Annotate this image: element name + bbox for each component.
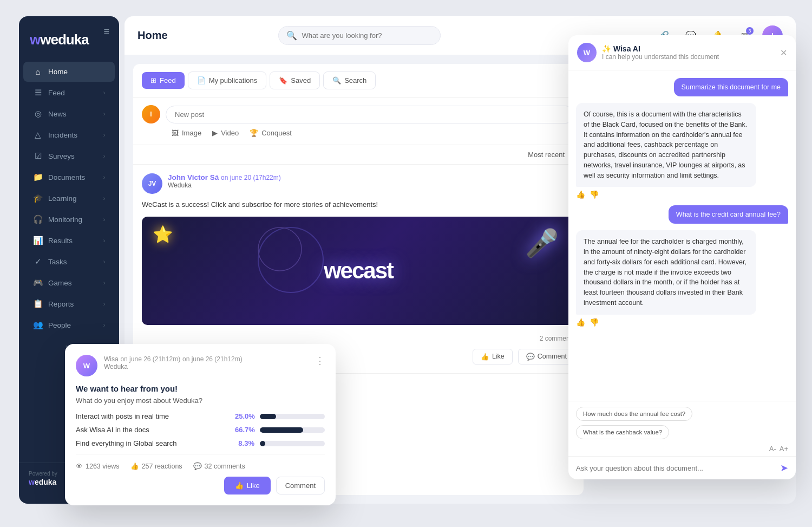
chevron-right-icon: › xyxy=(103,196,105,201)
search-input-wrap: 🔍 xyxy=(278,26,441,45)
post-text: WeCast is a success! Click and subscribe… xyxy=(142,199,575,210)
tab-publications[interactable]: 📄 My publications xyxy=(188,71,267,89)
suggestion-2-button[interactable]: What is the cashback value? xyxy=(576,425,669,439)
popup-comment-button[interactable]: Comment xyxy=(276,477,325,495)
ai-chat-popup: W ✨ Wisa AI I can help you understand th… xyxy=(568,35,796,479)
thumbs-down-feedback-2[interactable]: 👎 xyxy=(590,318,599,327)
thumbs-down-feedback[interactable]: 👎 xyxy=(590,190,599,199)
ai-message-1: Of course, this is a document with the c… xyxy=(576,103,756,187)
post-header: JV John Victor Sá on june 20 (17h22m) We… xyxy=(142,173,575,194)
chat-input-area: ➤ xyxy=(568,456,796,479)
tab-feed[interactable]: ⊞ Feed xyxy=(142,72,185,89)
image-action[interactable]: 🖼 Image xyxy=(172,129,201,137)
like-icon: 👍 xyxy=(481,353,489,361)
hamburger-icon[interactable]: ≡ xyxy=(103,26,109,37)
comments-stat: 💬 32 comments xyxy=(193,462,245,470)
send-button[interactable]: ➤ xyxy=(780,462,788,474)
ai-subtitle: I can help you understand this document xyxy=(602,53,719,61)
sidebar-item-home[interactable]: ⌂ Home xyxy=(23,62,115,82)
new-post-input[interactable] xyxy=(166,106,575,123)
user-avatar: I xyxy=(142,105,160,123)
sidebar-item-reports[interactable]: 📋 Reports › xyxy=(23,294,115,314)
survey-popup: W Wisa on june 26 (21h12m) on june 26 (2… xyxy=(65,344,336,505)
search-input[interactable] xyxy=(302,31,433,40)
chevron-right-icon: › xyxy=(103,280,105,286)
sidebar-item-tasks[interactable]: ✓ Tasks › xyxy=(23,251,115,272)
comment-count-icon: 💬 xyxy=(193,462,202,470)
font-smaller-button[interactable]: A- xyxy=(769,445,776,453)
search-tab-icon: 🔍 xyxy=(332,76,341,84)
results-icon: 📊 xyxy=(33,236,43,245)
comment-icon: 💬 xyxy=(526,353,535,361)
feed-icon: ☰ xyxy=(33,88,43,97)
like-button[interactable]: 👍 Like xyxy=(473,349,513,365)
sidebar-item-feed[interactable]: ☰ Feed › xyxy=(23,82,115,103)
image-icon: 🖼 xyxy=(172,129,179,137)
popup-avatar: W xyxy=(76,355,97,376)
new-post-area: I 🖼 Image ▶ Video 🏆 Conquest xyxy=(133,97,584,145)
chevron-right-icon: › xyxy=(103,259,105,265)
sidebar-item-incidents[interactable]: △ Incidents › xyxy=(23,125,115,145)
poll-bar-3 xyxy=(260,441,265,446)
popup-header: W Wisa on june 26 (21h12m) on june 26 (2… xyxy=(76,355,325,376)
sidebar-item-learning[interactable]: 🎓 Learning › xyxy=(23,188,115,209)
chat-messages: Summarize this document for me Of course… xyxy=(568,70,796,401)
suggestion-1-button[interactable]: How much does the annual fee cost? xyxy=(576,407,692,421)
like-icon: 👍 xyxy=(235,482,244,490)
svg-point-1 xyxy=(258,227,302,271)
poll-item-3: Find everything in Global search 8.3% xyxy=(76,439,325,447)
ai-chat-header: W ✨ Wisa AI I can help you understand th… xyxy=(568,35,796,70)
thumbs-up-feedback[interactable]: 👍 xyxy=(576,190,585,199)
new-post-row: I xyxy=(142,105,575,123)
sidebar-item-surveys[interactable]: ☑ Surveys › xyxy=(23,146,115,166)
feed-tab-icon: ⊞ xyxy=(150,76,156,84)
home-icon: ⌂ xyxy=(33,67,43,76)
chevron-right-icon: › xyxy=(103,174,105,180)
publications-icon: 📄 xyxy=(197,76,206,84)
video-action[interactable]: ▶ Video xyxy=(212,129,239,137)
user-message-2: What is the credit card annual fee? xyxy=(669,205,788,224)
reports-icon: 📋 xyxy=(33,299,43,309)
post-actions-row: 🖼 Image ▶ Video 🏆 Conquest xyxy=(142,123,575,137)
sidebar-item-news[interactable]: ◎ News › xyxy=(23,103,115,124)
saved-icon: 🔖 xyxy=(279,76,287,84)
poll-bar-1 xyxy=(260,414,276,419)
sort-select[interactable]: Most recent ▼ xyxy=(528,151,575,159)
ai-info: ✨ Wisa AI I can help you understand this… xyxy=(602,44,719,61)
news-icon: ◎ xyxy=(33,109,43,119)
comment-button[interactable]: 💬 Comment xyxy=(518,349,575,365)
eye-icon: 👁 xyxy=(76,463,83,470)
poll-bar-wrap-1 xyxy=(260,414,325,419)
sidebar-item-results[interactable]: 📊 Results › xyxy=(23,230,115,251)
thumbs-up-feedback-2[interactable]: 👍 xyxy=(576,318,585,327)
page-title: Home xyxy=(137,29,168,42)
font-larger-button[interactable]: A+ xyxy=(780,445,788,453)
poll-bar-2 xyxy=(260,427,303,433)
monitoring-icon: 🎧 xyxy=(33,214,43,224)
post-author-name: John Victor Sá on june 20 (17h22m) xyxy=(168,173,560,181)
sidebar-item-people[interactable]: 👥 People › xyxy=(23,315,115,335)
message-feedback-2: 👍 👎 xyxy=(576,318,788,327)
chevron-right-icon: › xyxy=(103,153,105,159)
incidents-icon: △ xyxy=(33,130,43,140)
poll-bar-wrap-2 xyxy=(260,427,325,433)
tab-search[interactable]: 🔍 Search xyxy=(323,71,376,89)
chat-input[interactable] xyxy=(576,464,775,472)
games-icon: 🎮 xyxy=(33,278,43,288)
sidebar-item-games[interactable]: 🎮 Games › xyxy=(23,272,115,293)
poll-item-2: Ask Wisa AI in the docs 66.7% xyxy=(76,426,325,434)
tab-saved[interactable]: 🔖 Saved xyxy=(270,71,320,89)
popup-like-button[interactable]: 👍 Like xyxy=(224,477,271,495)
sparkle-icon: ✨ xyxy=(602,44,611,53)
chevron-right-icon: › xyxy=(103,322,105,328)
popup-more-button[interactable]: ⋮ xyxy=(315,355,325,367)
post-meta: John Victor Sá on june 20 (17h22m) Weduk… xyxy=(168,173,560,189)
sidebar-item-documents[interactable]: 📁 Documents › xyxy=(23,167,115,187)
user-message-1: Summarize this document for me xyxy=(674,78,788,96)
conquest-action[interactable]: 🏆 Conquest xyxy=(250,129,292,137)
sidebar-item-monitoring[interactable]: 🎧 Monitoring › xyxy=(23,209,115,230)
chat-close-button[interactable]: ✕ xyxy=(780,48,787,58)
popup-author: Wisa on june 26 (21h12m) on june 26 (21h… xyxy=(104,355,309,363)
poll-bar-wrap-3 xyxy=(260,441,325,446)
ai-avatar: W xyxy=(577,43,597,62)
